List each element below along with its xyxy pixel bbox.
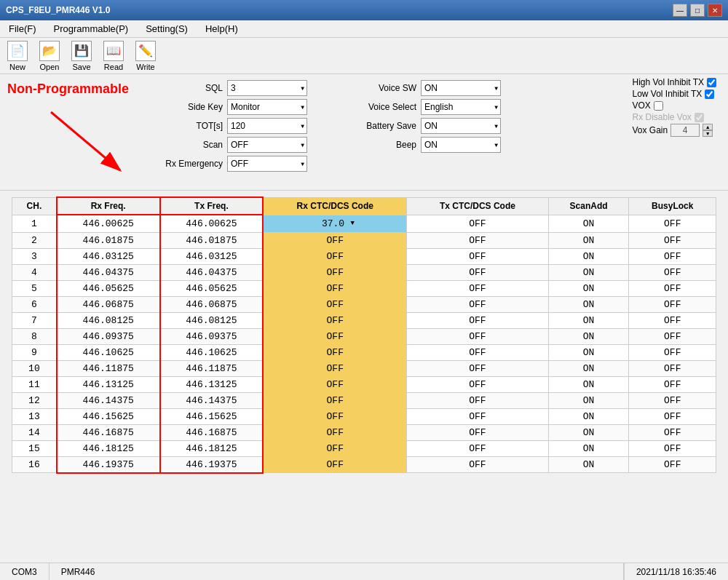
rx-freq-cell: 446.01875 xyxy=(57,232,160,248)
ch-cell: 9 xyxy=(12,344,57,360)
channel-table: CH. Rx Freq. Tx Freq. Rx CTC/DCS Code Tx… xyxy=(12,196,716,474)
new-button[interactable]: 📄 New xyxy=(7,41,28,71)
rx-ctc-cell: OFF xyxy=(263,456,406,473)
sidekey-select[interactable]: MonitorScanOff xyxy=(227,99,307,115)
close-button[interactable]: ✕ xyxy=(708,4,722,17)
rx-ctc-cell: OFF xyxy=(263,296,406,312)
vox-gain-input xyxy=(670,124,700,137)
busylock-cell: OFF xyxy=(629,360,716,376)
busylock-cell: OFF xyxy=(629,312,716,328)
vox-gain-spinner: ▲ ▼ xyxy=(703,124,713,137)
rx-ctc-cell: OFF xyxy=(263,264,406,280)
vox-checkbox[interactable] xyxy=(654,101,663,111)
busylock-header: BusyLock xyxy=(629,197,716,215)
scanadd-cell: ON xyxy=(548,264,629,280)
table-row: 16 446.19375 446.19375 OFF OFF ON OFF xyxy=(12,456,716,473)
table-row: 6 446.06875 446.06875 OFF OFF ON OFF xyxy=(12,296,716,312)
ch-cell: 11 xyxy=(12,376,57,392)
rx-freq-cell: 446.06875 xyxy=(57,296,160,312)
busylock-cell: OFF xyxy=(629,232,716,248)
rx-freq-cell: 446.18125 xyxy=(57,440,160,456)
write-button[interactable]: ✏️ Write xyxy=(135,41,156,71)
rx-freq-cell: 446.03125 xyxy=(57,248,160,264)
high-vol-inhibit-label: High Vol Inhibit TX xyxy=(632,77,704,87)
sql-select[interactable]: 31245 xyxy=(227,80,307,96)
rx-freq-cell: 446.15625 xyxy=(57,408,160,424)
tx-ctc-cell: OFF xyxy=(407,456,548,473)
tot-label: TOT[s] xyxy=(157,121,223,131)
table-row: 3 446.03125 446.03125 OFF OFF ON OFF xyxy=(12,248,716,264)
rx-ctc-cell: OFF xyxy=(263,232,406,248)
open-button[interactable]: 📂 Open xyxy=(39,41,60,71)
save-button[interactable]: 💾 Save xyxy=(71,41,92,71)
menu-help[interactable]: Help(H) xyxy=(199,22,244,36)
ch-cell: 12 xyxy=(12,392,57,408)
scanadd-cell: ON xyxy=(548,456,629,473)
ch-cell: 7 xyxy=(12,312,57,328)
high-vol-inhibit-checkbox[interactable] xyxy=(707,78,716,87)
rxemergency-select[interactable]: OFFON xyxy=(227,156,307,172)
ch-cell: 13 xyxy=(12,408,57,424)
busylock-cell: OFF xyxy=(629,344,716,360)
table-row: 8 446.09375 446.09375 OFF OFF ON OFF xyxy=(12,328,716,344)
rx-ctc-input[interactable] xyxy=(316,218,351,229)
write-icon: ✏️ xyxy=(135,41,156,61)
menu-file[interactable]: File(F) xyxy=(3,22,42,36)
status-datetime: 2021/11/18 16:35:46 xyxy=(624,563,728,580)
ch-cell: 15 xyxy=(12,440,57,456)
toolbar: 📄 New 📂 Open 💾 Save 📖 Read ✏️ Write xyxy=(0,38,728,74)
voicesw-select[interactable]: ONOFF xyxy=(421,80,501,96)
title-bar: CPS_F8EU_PMR446 V1.0 — □ ✕ xyxy=(0,0,728,20)
tx-ctc-cell: OFF xyxy=(407,392,548,408)
scanadd-cell: ON xyxy=(548,328,629,344)
batterysave-select[interactable]: ONOFF xyxy=(421,118,501,134)
tx-freq-cell: 446.15625 xyxy=(160,408,264,424)
tx-ctc-cell: OFF xyxy=(407,424,548,440)
tot-row: TOT[s] 120306090150180 xyxy=(157,118,307,134)
tx-freq-cell: 446.10625 xyxy=(160,344,264,360)
menu-setting[interactable]: Setting(S) xyxy=(140,22,194,36)
rx-freq-cell: 446.05625 xyxy=(57,280,160,296)
tx-ctc-cell: OFF xyxy=(407,440,548,456)
tx-freq-cell: 446.14375 xyxy=(160,392,264,408)
tx-freq-cell: 446.11875 xyxy=(160,360,264,376)
scanadd-cell: ON xyxy=(548,215,629,232)
ch-cell: 6 xyxy=(12,296,57,312)
ch-cell: 2 xyxy=(12,232,57,248)
tx-ctc-cell: OFF xyxy=(407,215,548,232)
table-row: 15 446.18125 446.18125 OFF OFF ON OFF xyxy=(12,440,716,456)
tx-freq-cell: 446.04375 xyxy=(160,264,264,280)
rxemergency-label: Rx Emergency xyxy=(157,159,223,169)
right-options: High Vol Inhibit TX Low Vol Inhibit TX V… xyxy=(632,77,716,137)
beep-select[interactable]: ONOFF xyxy=(421,137,501,153)
voiceselect-select[interactable]: EnglishChinese xyxy=(421,99,501,115)
tx-freq-cell: 446.13125 xyxy=(160,376,264,392)
rx-ctc-cell[interactable]: ▼ xyxy=(263,215,406,232)
scanadd-cell: ON xyxy=(548,344,629,360)
maximize-button[interactable]: □ xyxy=(690,4,705,17)
voicesw-row: Voice SW ONOFF xyxy=(351,80,501,96)
table-row: 7 446.08125 446.08125 OFF OFF ON OFF xyxy=(12,312,716,328)
scan-select[interactable]: OFFON xyxy=(227,137,307,153)
tx-ctc-cell: OFF xyxy=(407,312,548,328)
rx-ctc-dropdown-icon[interactable]: ▼ xyxy=(351,220,355,227)
busylock-cell: OFF xyxy=(629,296,716,312)
rx-ctc-cell: OFF xyxy=(263,376,406,392)
menu-programmable[interactable]: Programmable(P) xyxy=(48,22,135,36)
rx-ctc-cell: OFF xyxy=(263,312,406,328)
rx-ctc-cell: OFF xyxy=(263,440,406,456)
read-button[interactable]: 📖 Read xyxy=(103,41,124,71)
scanadd-cell: ON xyxy=(548,312,629,328)
status-bar: COM3 PMR446 2021/11/18 16:35:46 xyxy=(0,563,728,580)
minimize-button[interactable]: — xyxy=(673,4,687,17)
tot-select[interactable]: 120306090150180 xyxy=(227,118,307,134)
high-vol-inhibit-row: High Vol Inhibit TX xyxy=(632,77,716,87)
vox-label: VOX xyxy=(632,100,650,111)
low-vol-inhibit-checkbox[interactable] xyxy=(705,90,714,99)
table-row: 9 446.10625 446.10625 OFF OFF ON OFF xyxy=(12,344,716,360)
low-vol-inhibit-row: Low Vol Inhibit TX xyxy=(632,89,716,99)
rx-disable-vox-row: Rx Disable Vox xyxy=(632,112,716,122)
settings-col2: Voice SW ONOFF Voice Select EnglishChine… xyxy=(351,80,501,184)
tx-ctc-cell: OFF xyxy=(407,232,548,248)
channel-table-wrapper: CH. Rx Freq. Tx Freq. Rx CTC/DCS Code Tx… xyxy=(0,191,728,563)
